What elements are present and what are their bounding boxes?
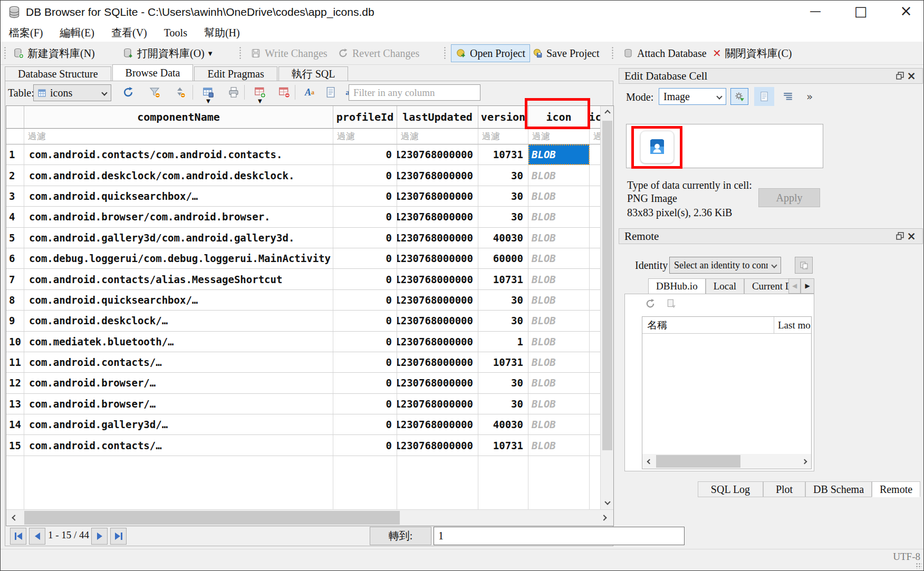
save-results-dropdown-arrow[interactable]: ▼ (206, 98, 210, 104)
remote-column-lastmod[interactable]: Last mo (774, 317, 811, 333)
cell-icon-blob[interactable]: BLOB (528, 144, 590, 165)
column-header-lastUpdated[interactable]: lastUpdated (397, 106, 478, 129)
save-results-button[interactable]: ▼ (201, 85, 216, 100)
menu-item[interactable]: 檔案(F) (1, 24, 51, 41)
minimize-button[interactable]: — (803, 1, 827, 22)
close-button[interactable]: × (894, 1, 918, 22)
column-header-componentName[interactable]: componentName (24, 106, 333, 129)
tab-scroll-right-button[interactable]: ▶ (801, 278, 814, 294)
new-database-button[interactable]: 新建資料庫(N) (9, 44, 99, 62)
cell-componentName[interactable]: com.android.deskclock/… (24, 311, 333, 331)
cell-componentName[interactable]: com.mediatek.bluetooth/… (24, 332, 333, 352)
cell-version[interactable]: 30 (478, 373, 528, 393)
row-number[interactable]: 15 (6, 435, 24, 456)
filter-cell-lastUpdated[interactable]: 過濾 (397, 129, 478, 144)
float-panel-icon[interactable] (894, 71, 906, 82)
dock-tab-sql-log[interactable]: SQL Log (698, 481, 763, 497)
insert-record-button[interactable]: ▼ (253, 85, 267, 100)
apply-button[interactable]: Apply (758, 188, 820, 207)
import-data-button[interactable] (730, 88, 748, 105)
row-number[interactable]: 5 (6, 228, 24, 248)
horizontal-scrollbar[interactable] (6, 509, 613, 526)
cell-componentName[interactable]: com.android.browser/… (24, 394, 333, 414)
dock-tab-db-schema[interactable]: DB Schema (805, 481, 872, 497)
cell-version[interactable]: 40030 (478, 414, 528, 435)
cell-version[interactable]: 60000 (478, 248, 528, 269)
save-project-button[interactable]: Save Project (528, 44, 604, 62)
cell-lastUpdated[interactable]: 1230768000000 (397, 207, 478, 227)
tab-browse-data[interactable]: Browse Data (112, 64, 194, 81)
cell-lastUpdated[interactable]: 1230768000000 (397, 248, 478, 269)
cell-profileId[interactable]: 0 (333, 352, 397, 373)
cell-lastUpdated[interactable]: 1230768000000 (397, 394, 478, 414)
filter-cell-profileId[interactable]: 過濾 (333, 129, 397, 144)
edit-cell-document-button[interactable] (323, 85, 338, 100)
cell-componentName[interactable]: com.android.contacts/alias.MessageShortc… (24, 269, 333, 289)
column-header-profileId[interactable]: profileId (333, 106, 397, 129)
toolbar-handle[interactable] (4, 46, 6, 60)
row-number[interactable]: 6 (6, 248, 24, 269)
row-number[interactable]: 8 (6, 290, 24, 311)
filter-any-column-input[interactable] (349, 84, 480, 101)
word-wrap-button[interactable] (780, 89, 796, 104)
cell-version[interactable]: 30 (478, 394, 528, 414)
row-number[interactable]: 13 (6, 394, 24, 414)
float-panel-icon[interactable] (894, 231, 906, 242)
row-number[interactable]: 3 (6, 186, 24, 207)
filter-cell-icon[interactable]: 過濾 (528, 129, 590, 144)
cell-icon-blob[interactable]: BLOB (528, 352, 590, 373)
previous-page-button[interactable] (29, 528, 45, 545)
identity-dropdown[interactable]: Select an identity to conne (669, 257, 781, 274)
dock-tab-remote[interactable]: Remote (872, 481, 920, 497)
cell-profileId[interactable]: 0 (333, 144, 397, 165)
row-number[interactable]: 12 (6, 373, 24, 393)
cell-version[interactable]: 1 (478, 332, 528, 352)
cell-partial[interactable] (590, 186, 601, 207)
cell-partial[interactable] (590, 352, 601, 373)
cell-profileId[interactable]: 0 (333, 332, 397, 352)
scroll-up-icon[interactable] (601, 108, 614, 118)
row-number[interactable]: 14 (6, 414, 24, 435)
cell-lastUpdated[interactable]: 1230768000000 (397, 311, 478, 331)
cell-componentName[interactable]: com.android.browser/… (24, 373, 333, 393)
toolbar-handle[interactable] (444, 46, 446, 60)
close-panel-icon[interactable]: × (906, 70, 917, 82)
cell-componentName[interactable]: com.android.deskclock/com.android.deskcl… (24, 165, 333, 186)
cell-profileId[interactable]: 0 (333, 228, 397, 248)
cell-profileId[interactable]: 0 (333, 186, 397, 207)
cell-version[interactable]: 30 (478, 311, 528, 331)
horizontal-scrollbar-thumb[interactable] (24, 511, 400, 525)
cell-componentName[interactable]: com.android.quicksearchbox/… (24, 186, 333, 207)
remote-scrollbar-thumb[interactable] (656, 455, 740, 468)
cell-version[interactable]: 30 (478, 207, 528, 227)
cell-icon-blob[interactable]: BLOB (528, 269, 590, 289)
open-database-button[interactable]: 打開資料庫(O) ▼ (119, 44, 216, 62)
print-button[interactable] (226, 85, 241, 100)
goto-row-input[interactable] (434, 527, 685, 545)
tab-edit-pragmas[interactable]: Edit Pragmas (194, 66, 277, 81)
menu-item[interactable]: 編輯(E) (51, 24, 103, 41)
row-number[interactable]: 11 (6, 352, 24, 373)
cell-lastUpdated[interactable]: 1230768000000 (397, 414, 478, 435)
cell-icon-blob[interactable]: BLOB (528, 394, 590, 414)
cell-lastUpdated[interactable]: 1230768000000 (397, 186, 478, 207)
remote-tab-local[interactable]: Local (706, 278, 744, 294)
cell-version[interactable]: 10731 (478, 352, 528, 373)
cell-partial[interactable] (590, 144, 601, 165)
column-header-version[interactable]: version (478, 106, 528, 129)
menu-item[interactable]: 幫助(H) (196, 24, 248, 41)
cell-partial[interactable] (590, 373, 601, 393)
cell-componentName[interactable]: com.android.contacts/com.android.contact… (24, 144, 333, 165)
cell-icon-blob[interactable]: BLOB (528, 207, 590, 227)
close-panel-icon[interactable]: × (906, 230, 917, 243)
cell-lastUpdated[interactable]: 1230768000000 (397, 332, 478, 352)
close-database-button[interactable]: ✕ 關閉資料庫(C) (708, 44, 796, 62)
cell-componentName[interactable]: com.android.contacts/… (24, 352, 333, 373)
cell-partial[interactable] (590, 248, 601, 269)
scroll-right-icon[interactable] (798, 454, 810, 469)
cell-partial[interactable] (590, 165, 601, 186)
delete-record-button[interactable] (277, 85, 292, 100)
scroll-down-icon[interactable] (601, 497, 614, 507)
cell-profileId[interactable]: 0 (333, 269, 397, 289)
cell-profileId[interactable]: 0 (333, 248, 397, 269)
